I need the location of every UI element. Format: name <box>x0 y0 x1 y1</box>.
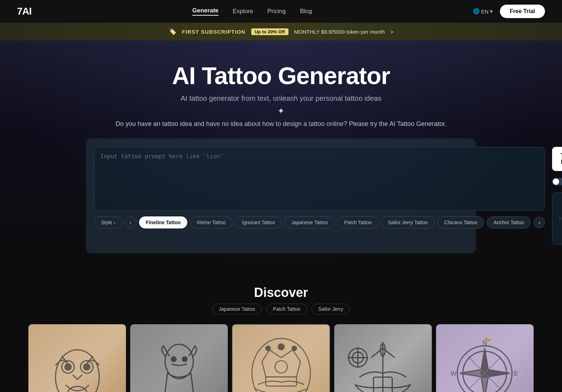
chips-next-btn[interactable]: › <box>534 217 545 228</box>
sparkle-icon: ✦ <box>17 106 545 116</box>
image-preview-placeholder: Image is here <box>552 192 562 245</box>
chip-fineline[interactable]: Fineline Tattoo <box>139 216 188 228</box>
style-tag-sailor[interactable]: Sailor Jerry <box>312 304 350 314</box>
chevron-right-icon: › <box>114 220 115 225</box>
style-text: Style <box>101 220 112 225</box>
lang-selector[interactable]: 🌐 EN ▾ <box>473 8 493 15</box>
tattoo-image-warrior <box>130 324 228 392</box>
promo-banner: 🏷️ FIRST SUBSCRIPTION Up to 20% Off MONT… <box>0 23 562 40</box>
tattoo-image-crown <box>233 325 329 392</box>
generator-box: Style › ‹ Fineline Tattoo Kleine Tattoo … <box>86 138 476 253</box>
generator-left-panel: Style › ‹ Fineline Tattoo Kleine Tattoo … <box>94 147 545 228</box>
gallery-item[interactable] <box>28 324 126 392</box>
svg-point-6 <box>165 344 193 379</box>
logo: 7AI <box>17 6 32 17</box>
nav-pricing[interactable]: Pricing <box>267 8 286 15</box>
svg-point-4 <box>83 364 90 370</box>
style-label-btn[interactable]: Style › <box>94 216 122 228</box>
svg-point-10 <box>278 344 284 350</box>
chevron-down-icon: ▾ <box>490 8 493 15</box>
banner-discount-badge[interactable]: Up to 20% Off <box>251 28 288 35</box>
chip-kleine[interactable]: Kleine Tattoo <box>190 216 232 228</box>
chip-anchor[interactable]: Anchor Tattoo <box>487 216 531 228</box>
hero-subtitle: AI tattoo generator from text, unleash y… <box>17 94 545 103</box>
discover-section: Discover Japanese Tattoo Patch Tattoo Sa… <box>0 267 562 392</box>
globe-icon: 🌐 <box>473 8 480 15</box>
discover-title: Discover <box>28 285 534 300</box>
svg-text:E: E <box>514 370 518 377</box>
tattoo-design-button[interactable]: TATTOO DESIGN <box>552 147 562 171</box>
svg-point-7 <box>171 357 176 361</box>
display-public-switch[interactable] <box>552 178 562 186</box>
nav-links: Generate Explore Pricing Blog <box>192 7 312 16</box>
banner-monthly-text: MONTHLY $9.9/5000 token per month <box>294 29 385 35</box>
style-tag-japanese[interactable]: Japanese Tattoo <box>212 304 262 314</box>
chip-sailor[interactable]: Sailor Jerry Tattoo <box>381 216 435 228</box>
navbar: 7AI Generate Explore Pricing Blog 🌐 EN ▾… <box>0 0 562 23</box>
svg-point-12 <box>292 346 296 351</box>
svg-text:W: W <box>451 370 457 377</box>
toggle-knob <box>553 178 559 185</box>
chip-patch[interactable]: Patch Tattoo <box>337 216 379 228</box>
gallery-item[interactable] <box>334 324 432 392</box>
nav-explore[interactable]: Explore <box>233 8 253 15</box>
svg-point-3 <box>65 364 71 370</box>
nav-right: 🌐 EN ▾ Free Trial <box>473 5 545 18</box>
gallery-item[interactable]: N S W E <box>436 324 534 392</box>
free-trial-button[interactable]: Free Trial <box>500 5 545 18</box>
banner-icon: 🏷️ <box>169 28 176 35</box>
prompt-textarea[interactable] <box>94 147 545 211</box>
style-tag-patch[interactable]: Patch Tattoo <box>266 304 307 314</box>
gallery-item-featured[interactable] <box>232 324 330 392</box>
generator-right-panel: TATTOO DESIGN Display Public Image is he… <box>552 147 562 245</box>
chip-chicano[interactable]: Chicano Tattoo <box>437 216 484 228</box>
display-public-toggle: Display Public <box>552 176 562 187</box>
image-placeholder-text: Image is here <box>559 216 562 221</box>
tattoo-image-tower <box>334 324 432 392</box>
hero-description: Do you have an tattoo idea and have no i… <box>17 120 545 128</box>
svg-point-14 <box>275 361 287 373</box>
chip-ignorant[interactable]: Ignorant Tattoo <box>235 216 282 228</box>
hero-title: AI Tattoo Generator <box>17 62 545 89</box>
lang-label: EN <box>481 9 489 15</box>
svg-point-11 <box>266 346 270 351</box>
style-chips: Style › ‹ Fineline Tattoo Kleine Tattoo … <box>94 216 545 228</box>
banner-first-label: FIRST SUBSCRIPTION <box>182 29 246 35</box>
chips-prev-btn[interactable]: ‹ <box>125 217 136 228</box>
svg-point-8 <box>182 357 187 361</box>
nav-generate[interactable]: Generate <box>192 7 219 16</box>
gallery-grid: N S W E <box>28 324 534 392</box>
hero-section: AI Tattoo Generator AI tattoo generator … <box>0 40 562 267</box>
style-tags-row: Japanese Tattoo Patch Tattoo Sailor Jerr… <box>28 304 534 314</box>
chip-japanese[interactable]: Japanese Tattoo <box>285 216 335 228</box>
banner-arrow: > <box>390 29 393 35</box>
tattoo-image-compass: N S W E <box>436 324 534 392</box>
gallery-item[interactable] <box>130 324 228 392</box>
nav-blog[interactable]: Blog <box>300 8 312 15</box>
tattoo-image-owl <box>28 324 126 392</box>
